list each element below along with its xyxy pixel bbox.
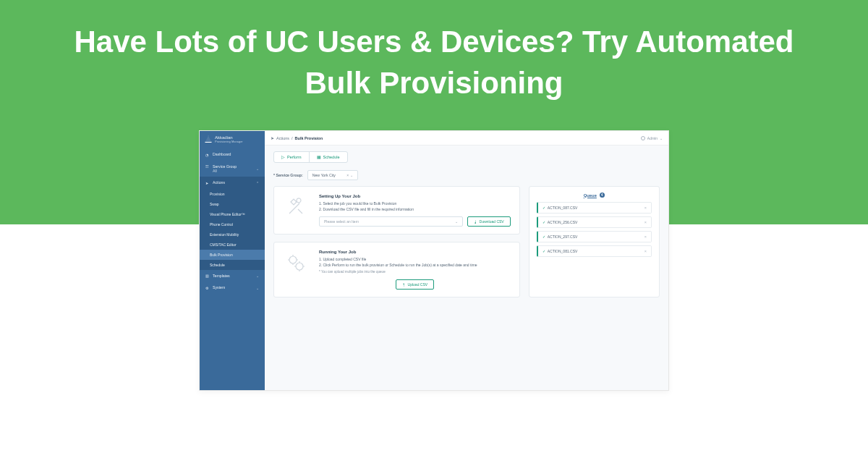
check-icon: ✓ <box>542 206 545 210</box>
queue-panel: Queue 4 ✓ACTION_087.CSV × ✓ACTION_256.CS… <box>529 186 660 297</box>
cursor-icon: ➤ <box>205 181 210 185</box>
tools-icon <box>283 194 309 220</box>
download-icon: ⭳ <box>474 219 477 224</box>
remove-queue-item-button[interactable]: × <box>644 249 647 253</box>
remove-queue-item-button[interactable]: × <box>644 235 647 239</box>
nav-sub-bulk-provision[interactable]: Bulk Provision <box>200 250 265 260</box>
nav-service-group[interactable]: ☷Service GroupAll ⌄ <box>200 161 265 177</box>
job-select[interactable]: Please select an Item ⌄ <box>319 216 463 227</box>
run-panel: Running Your Job 1. Upload completed CSV… <box>273 242 520 297</box>
upload-icon: ⭱ <box>402 282 406 287</box>
chevron-down-icon: ⌄ <box>256 286 259 290</box>
nav-sub-schedule[interactable]: Schedule <box>200 260 265 270</box>
queue-item: ✓ACTION_297.CSV × <box>537 231 652 242</box>
nav-templates[interactable]: ▥Templates ⌄ <box>200 270 265 282</box>
check-icon: ✓ <box>542 235 545 239</box>
nav-sub-cms-tac[interactable]: CMS/TAC Editor <box>200 240 265 250</box>
svg-point-1 <box>296 263 303 270</box>
brand-subtitle: Provisioning Manager <box>215 140 243 143</box>
download-csv-button[interactable]: ⭳ Download CSV <box>467 216 511 227</box>
service-group-select[interactable]: New York City × ⌄ <box>307 170 358 180</box>
dashboard-icon: ◔ <box>205 153 210 157</box>
nav-sub-visual-phone[interactable]: Visual Phone Editor™ <box>200 209 265 219</box>
cursor-icon: ➤ <box>271 136 274 140</box>
nav-sub-provision[interactable]: Provision <box>200 189 265 199</box>
setup-panel: Setting Up Your Job 1. Select the job yo… <box>273 186 520 235</box>
breadcrumb-page: Bulk Provision <box>295 136 323 140</box>
hero-headline: Have Lots of UC Users & Devices? Try Aut… <box>0 0 868 104</box>
run-step-1: 1. Upload completed CSV file <box>319 257 511 263</box>
chevron-down-icon: ⌄ <box>660 136 663 140</box>
nav-sub-ext-mobility[interactable]: Extension Mobility <box>200 229 265 240</box>
brand: Akkadian Provisioning Manager <box>200 131 265 148</box>
play-icon: ▷ <box>281 155 285 159</box>
remove-queue-item-button[interactable]: × <box>644 206 647 210</box>
nav-actions[interactable]: ➤Actions ⌃ <box>200 177 265 189</box>
nav-dashboard[interactable]: ◔Dashboard <box>200 148 265 161</box>
check-icon: ✓ <box>542 249 545 253</box>
nav-system[interactable]: ⚙System ⌄ <box>200 282 265 294</box>
chevron-down-icon: ⌄ <box>256 166 259 171</box>
chevron-down-icon: × ⌄ <box>346 173 352 177</box>
remove-queue-item-button[interactable]: × <box>644 220 647 224</box>
nav-sub-phone-control[interactable]: Phone Control <box>200 219 265 229</box>
setup-title: Setting Up Your Job <box>319 194 511 198</box>
queue-item: ✓ACTION_256.CSV × <box>537 216 652 228</box>
schedule-button[interactable]: ▦ Schedule <box>309 152 347 162</box>
app-window: Akkadian Provisioning Manager ◔Dashboard… <box>199 130 669 391</box>
upload-csv-button[interactable]: ⭱ Upload CSV <box>396 279 435 290</box>
setup-step-1: 1. Select the job you would like to Bulk… <box>319 201 511 207</box>
perform-button[interactable]: ▷ Perform <box>274 152 309 162</box>
setup-step-2: 2. Download the CSV file and fill in the… <box>319 207 511 213</box>
breadcrumb-section[interactable]: Actions <box>276 136 289 140</box>
main-area: ➤ Actions / Bulk Provision Admin ⌄ ▷ Per… <box>265 131 668 390</box>
chevron-up-icon: ⌃ <box>256 181 259 185</box>
queue-count-badge: 4 <box>600 193 605 198</box>
topbar: ➤ Actions / Bulk Provision Admin ⌄ <box>265 131 668 145</box>
filter-row: * Service Group: New York City × ⌄ <box>265 167 668 186</box>
calendar-icon: ▦ <box>317 155 321 159</box>
brand-logo-icon <box>205 135 212 143</box>
user-menu[interactable]: Admin ⌄ <box>641 136 663 140</box>
chevron-down-icon: ⌄ <box>455 219 458 224</box>
run-title: Running Your Job <box>319 250 511 254</box>
run-step-2: 2. Click Perform to run the bulk provisi… <box>319 263 511 269</box>
chevron-down-icon: ⌄ <box>256 274 259 278</box>
breadcrumb: ➤ Actions / Bulk Provision <box>271 136 323 140</box>
svg-point-0 <box>289 256 297 263</box>
sidebar: Akkadian Provisioning Manager ◔Dashboard… <box>200 131 265 390</box>
user-icon <box>641 136 645 140</box>
service-group-label: * Service Group: <box>273 173 303 177</box>
queue-item: ✓ACTION_087.CSV × <box>537 202 652 214</box>
queue-title: Queue <box>584 193 597 198</box>
templates-icon: ▥ <box>205 274 210 278</box>
toolbar: ▷ Perform ▦ Schedule <box>265 145 668 167</box>
nav-sub-swap[interactable]: Swap <box>200 199 265 209</box>
gears-icon <box>283 250 309 276</box>
run-note: * You can upload multiple jobs into the … <box>319 270 511 274</box>
queue-item: ✓ACTION_081.CSV × <box>537 245 652 257</box>
check-icon: ✓ <box>542 220 545 224</box>
gear-icon: ⚙ <box>205 286 210 290</box>
